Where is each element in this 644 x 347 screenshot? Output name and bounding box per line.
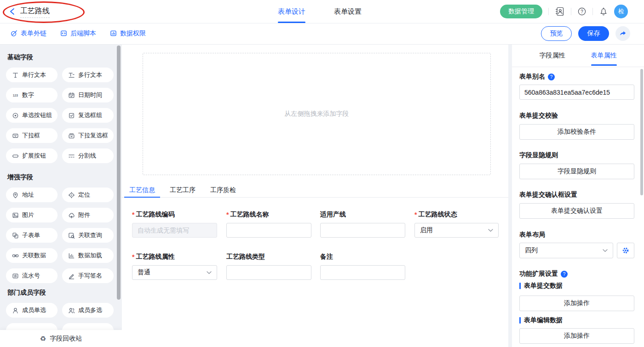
tab-field-properties[interactable]: 字段属性 — [540, 44, 565, 67]
header-tabs: 表单设计 表单设置 — [278, 0, 362, 23]
checkbox-group-icon — [68, 112, 75, 119]
add-submit-action-button[interactable]: 添加操作 — [519, 296, 634, 311]
enhanced-fields-grid: 地址 定位 图片 附件 子表单 关联查询 关联数据 数据加载 — [6, 188, 122, 283]
palette-item-multi-select[interactable]: 下拉复选框 — [62, 128, 114, 143]
tab-process-info[interactable]: 工艺信息 — [128, 183, 156, 197]
single-line-text-icon — [12, 72, 19, 79]
data-permission-icon — [110, 30, 117, 37]
member-multi-icon — [68, 307, 75, 314]
palette-item-link-query[interactable]: 关联查询 — [62, 228, 114, 243]
multi-line-text-icon — [68, 72, 75, 79]
share-button[interactable] — [615, 26, 630, 41]
tab-form-settings[interactable]: 表单设置 — [334, 0, 362, 23]
help-badge-icon[interactable]: ? — [548, 74, 555, 80]
palette-item-address[interactable]: 地址 — [6, 188, 58, 202]
palette-item-data-load[interactable]: 数据加载 — [62, 248, 114, 263]
palette-item-radio-group[interactable]: 单选按钮组 — [6, 108, 58, 123]
extension-settings-heading: 功能扩展设置 ? — [519, 270, 634, 278]
palette-item-location[interactable]: 定位 — [62, 188, 114, 202]
link-query-icon — [68, 232, 75, 239]
dropzone-placeholder: 从左侧拖拽来添加字段 — [285, 110, 349, 118]
expand-button-icon — [12, 153, 19, 159]
field-input[interactable] — [320, 223, 405, 238]
field-input[interactable] — [226, 223, 311, 238]
gear-icon — [622, 247, 629, 254]
image-icon — [12, 212, 19, 219]
submit-confirm-button[interactable]: 表单提交确认设置 — [519, 203, 634, 219]
form-toolbar: 表单外链 后端脚本 数据权限 预览 保存 — [0, 23, 644, 45]
notification-bell-icon[interactable] — [599, 7, 608, 16]
palette-item-link-data[interactable]: 关联数据 — [6, 248, 58, 263]
palette-item-image[interactable]: 图片 — [6, 208, 58, 222]
sidebar-scrollbar[interactable] — [117, 46, 121, 300]
palette-item-subform[interactable]: 子表单 — [6, 228, 58, 243]
field-process-route-type: 工艺路线类型 — [226, 252, 311, 280]
recycle-icon: ♻ — [40, 335, 46, 342]
form-design-canvas: 从左侧拖拽来添加字段 工艺信息 工艺工序 工序质检 工艺路线编码 工艺路线名称 … — [122, 44, 508, 347]
panel-body: 表单别名 ? 表单提交校验 添加校验条件 字段显隐规则 字段显隐规则 表单提交确… — [512, 67, 644, 344]
field-label: 工艺路线编码 — [132, 210, 217, 219]
chevron-down-icon — [603, 249, 608, 252]
form-external-link[interactable]: 表单外链 — [11, 29, 46, 38]
back-button[interactable] — [9, 8, 16, 15]
serial-number-icon — [12, 273, 19, 279]
field-label: 工艺路线名称 — [226, 210, 311, 219]
field-dropzone[interactable]: 从左侧拖拽来添加字段 — [143, 53, 491, 175]
tab-process-steps[interactable]: 工艺工序 — [169, 183, 196, 197]
field-select[interactable]: 普通 — [132, 265, 217, 280]
palette-item-signature[interactable]: 手写签名 — [62, 268, 114, 283]
address-book-icon[interactable] — [555, 6, 565, 17]
palette-item-attachment[interactable]: 附件 — [62, 208, 114, 222]
palette-item-member-multi[interactable]: 成员多选 — [62, 303, 114, 318]
tab-step-inspection[interactable]: 工序质检 — [209, 183, 237, 197]
radio-group-icon — [12, 112, 19, 119]
field-visibility-button[interactable]: 字段显隐规则 — [519, 164, 634, 179]
tab-form-properties[interactable]: 表单属性 — [591, 44, 617, 67]
field-process-route-code: 工艺路线编码 — [132, 210, 217, 238]
palette-item-datetime[interactable]: 日期时间 — [62, 88, 114, 102]
field-input[interactable] — [320, 265, 405, 280]
save-button[interactable]: 保存 — [578, 26, 609, 41]
data-load-icon — [68, 252, 75, 259]
add-validation-button[interactable]: 添加校验条件 — [519, 124, 634, 140]
divider — [548, 8, 549, 15]
panel-tabs: 字段属性 表单属性 — [512, 44, 644, 67]
header-actions: 数据管理 ? 检 — [500, 0, 628, 23]
field-label: 工艺路线类型 — [226, 252, 311, 262]
form-alias-input[interactable] — [519, 85, 634, 100]
field-input[interactable] — [226, 265, 311, 280]
palette-item-select[interactable]: 下拉框 — [6, 128, 58, 143]
submit-validation-heading: 表单提交校验 — [519, 112, 634, 120]
backend-script-link[interactable]: 后端脚本 — [60, 29, 96, 38]
palette-item-checkbox-group[interactable]: 复选框组 — [62, 108, 114, 123]
palette-item-divider[interactable]: 分割线 — [62, 148, 114, 163]
subform-icon — [12, 232, 19, 239]
user-avatar[interactable]: 检 — [614, 5, 628, 18]
palette-item-member-single[interactable]: 成员单选 — [6, 303, 58, 318]
help-icon[interactable]: ? — [577, 7, 586, 16]
add-edit-action-button[interactable]: 添加操作 — [519, 328, 634, 344]
field-recycle-bin[interactable]: ♻ 字段回收站 — [0, 330, 122, 347]
chevron-down-icon — [207, 271, 212, 274]
help-badge-icon[interactable]: ? — [561, 271, 568, 278]
field-select[interactable]: 启用 — [414, 223, 499, 238]
svg-text:123: 123 — [13, 94, 18, 97]
divider — [592, 8, 593, 15]
form-alias-heading: 表单别名 ? — [519, 73, 634, 81]
data-manage-button[interactable]: 数据管理 — [500, 5, 542, 18]
tab-form-design[interactable]: 表单设计 — [278, 0, 305, 23]
palette-item-single-line-text[interactable]: 单行文本 — [6, 68, 58, 82]
palette-item-number[interactable]: 123 数字 — [6, 88, 58, 102]
palette-item-multi-line-text[interactable]: 多行文本 — [62, 68, 114, 82]
palette-item-serial-number[interactable]: 流水号 — [6, 268, 58, 283]
panel-scrollbar[interactable] — [640, 69, 643, 195]
data-permission-link[interactable]: 数据权限 — [110, 29, 146, 38]
layout-select[interactable]: 四列 — [519, 243, 613, 258]
page-title[interactable]: 工艺路线 — [20, 6, 50, 18]
layout-settings-button[interactable] — [617, 243, 634, 258]
number-icon: 123 — [12, 92, 19, 99]
member-single-icon — [12, 307, 19, 314]
preview-button[interactable]: 预览 — [541, 26, 572, 41]
palette-item-expand-button[interactable]: 扩展按钮 — [6, 148, 58, 163]
attachment-icon — [68, 212, 75, 219]
